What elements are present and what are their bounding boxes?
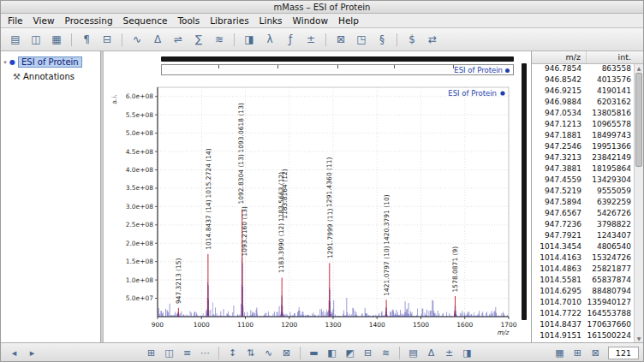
- menu-file[interactable]: File: [3, 15, 28, 27]
- peaklist-row[interactable]: 1014.558165837874: [532, 276, 634, 287]
- mass-filter-button[interactable]: ⊠: [331, 31, 351, 49]
- peaklist-row[interactable]: 947.388118195864: [532, 164, 634, 175]
- tree-item-annotations[interactable]: ⚒ Annotations: [1, 69, 100, 84]
- svg-text:1015.2724 (14): 1015.2724 (14): [205, 148, 212, 198]
- scroll-up-icon[interactable]: ▲: [635, 64, 643, 72]
- peaklist-row[interactable]: 947.52199555059: [532, 187, 634, 198]
- document-report-button[interactable]: ¶: [76, 31, 97, 49]
- compounds-search-icon: ◳: [356, 33, 366, 45]
- peaklist-row[interactable]: 1014.486325821877: [532, 264, 634, 276]
- peaklist-row[interactable]: 947.121310965578: [532, 120, 634, 131]
- notations-toggle-button[interactable]: ▤: [404, 345, 422, 361]
- peaklist-row[interactable]: 946.92154190141: [532, 86, 634, 98]
- formula-calculator-button[interactable]: ƒ: [280, 31, 301, 49]
- overview-scrollbar[interactable]: [161, 56, 514, 62]
- menu-sequence[interactable]: Sequence: [118, 15, 173, 27]
- tree-item-label[interactable]: ESI of Protein: [18, 56, 82, 68]
- tracker-toggle-button[interactable]: ⋯: [196, 345, 214, 361]
- gel-view-toggle-button[interactable]: ◩: [341, 345, 359, 361]
- peaklist-row[interactable]: 1014.7010135940127: [532, 298, 634, 309]
- smoothing-button[interactable]: ≋: [209, 31, 230, 49]
- svg-text:5.0e+07: 5.0e+07: [126, 294, 154, 302]
- peak-mz: 947.6567: [532, 209, 587, 220]
- menu-processing[interactable]: Processing: [60, 15, 118, 27]
- document-export-button[interactable]: ⊟: [97, 31, 117, 49]
- autoscale-y-button[interactable]: ↕: [224, 345, 242, 361]
- scroll-down-icon[interactable]: ▼: [635, 335, 643, 342]
- peaklist-row[interactable]: 947.72363798822: [532, 220, 634, 231]
- print-button[interactable]: ▦: [46, 31, 67, 49]
- peaklist-row[interactable]: 947.455913429304: [532, 175, 634, 187]
- menu-links[interactable]: Links: [254, 15, 288, 27]
- peaklist-delete-button[interactable]: ⊠: [587, 345, 605, 361]
- presets-button[interactable]: §: [372, 31, 392, 49]
- ruler-tick: [218, 65, 219, 68]
- peaklist-row[interactable]: 1014.8437170637660: [532, 320, 634, 331]
- flip-spectrum-toggle-button[interactable]: ◨: [458, 345, 476, 361]
- peaklist-row[interactable]: 1014.9151161500224: [532, 331, 634, 342]
- peaklist-row[interactable]: 947.254619951366: [532, 142, 634, 153]
- open-document-button[interactable]: ▤: [5, 31, 26, 49]
- peaklist-row[interactable]: 1014.416315324726: [532, 253, 634, 264]
- peak-intensity: 170637660: [587, 320, 634, 331]
- presets-icon: §: [379, 33, 385, 45]
- peaklist-row[interactable]: 947.053413805816: [532, 109, 634, 120]
- calibration-button[interactable]: ⇌: [168, 31, 188, 49]
- svg-text:900: 900: [152, 321, 164, 329]
- measurement-tool-button[interactable]: ⊞: [142, 345, 160, 361]
- grid-toggle-button[interactable]: ⊠: [277, 345, 295, 361]
- sum-spectra-button[interactable]: ∑: [188, 31, 209, 49]
- sequence-editor-button[interactable]: ◨: [239, 31, 259, 49]
- menu-view[interactable]: View: [28, 15, 60, 27]
- legend-toggle-button[interactable]: ▬: [305, 345, 323, 361]
- peaklist-row[interactable]: 1014.34544806540: [532, 242, 634, 253]
- mass-calculator-button[interactable]: λ: [259, 31, 280, 49]
- peaklist-row[interactable]: 1014.629588480794: [532, 287, 634, 298]
- export-data-button[interactable]: ⇄: [422, 31, 443, 49]
- expander-icon[interactable]: ▾: [1, 59, 9, 66]
- minor-ticks-toggle-button[interactable]: ⊟: [359, 345, 377, 361]
- peak-differences-button[interactable]: ±: [301, 31, 321, 49]
- peaklist-annotate-button[interactable]: ⊞: [569, 345, 587, 361]
- peaklist-row[interactable]: 947.79211243407: [532, 231, 634, 242]
- column-header-int[interactable]: int.: [587, 51, 643, 63]
- normalize-toggle-button[interactable]: ⇅: [242, 345, 259, 361]
- menu-window[interactable]: Window: [288, 15, 333, 27]
- save-document-button[interactable]: ◫: [26, 31, 46, 49]
- chart-vertical-scrollbar[interactable]: [522, 63, 527, 320]
- processing-button[interactable]: ∿: [127, 31, 147, 49]
- vertical-labels-toggle-button[interactable]: ≡: [178, 345, 196, 361]
- column-header-mz[interactable]: m/z: [532, 51, 587, 63]
- scrollbar-thumb[interactable]: [635, 73, 642, 167]
- tree-item-document[interactable]: ▾ ● ESI of Protein: [1, 55, 100, 69]
- labels-toggle-button[interactable]: ◫: [160, 345, 178, 361]
- menu-help[interactable]: Help: [333, 15, 364, 27]
- peak-picking-button[interactable]: Δ: [147, 31, 168, 49]
- offset-toggle-button[interactable]: ±: [440, 345, 458, 361]
- posbar-toggle-button[interactable]: ◧: [323, 345, 341, 361]
- peaklist-row[interactable]: 1014.7722164553788: [532, 309, 634, 320]
- history-back-button[interactable]: ◂: [5, 345, 23, 361]
- mass-spectrum-canvas[interactable]: 6.0e+085.5e+085.0e+084.5e+084.0e+083.5e+…: [108, 77, 524, 337]
- history-forward-button[interactable]: ▸: [23, 345, 41, 361]
- overlay-toggle-button[interactable]: ≋: [377, 345, 395, 361]
- peaklist-scrollbar[interactable]: ▲ ▼: [634, 64, 643, 342]
- peaklist-row[interactable]: 947.58946392259: [532, 198, 634, 209]
- peaklist-row[interactable]: 946.98846203162: [532, 98, 634, 109]
- smoothing-view-button[interactable]: ∿: [259, 345, 277, 361]
- peak-marks-toggle-button[interactable]: Δ: [422, 345, 440, 361]
- tree-item-label[interactable]: Annotations: [23, 72, 75, 81]
- peaklist-tools-button[interactable]: ▦: [551, 345, 569, 361]
- menu-tools[interactable]: Tools: [172, 15, 205, 27]
- peaklist-row[interactable]: 947.65675426726: [532, 209, 634, 220]
- compounds-search-button[interactable]: ◳: [351, 31, 372, 49]
- peaklist-row[interactable]: 946.85424013576: [532, 75, 634, 86]
- document-export-icon: ⊟: [103, 33, 111, 45]
- menu-libraries[interactable]: Libraries: [205, 15, 253, 27]
- mascot-search-button[interactable]: $: [402, 31, 422, 49]
- formula-calculator-icon: ƒ: [289, 33, 292, 45]
- peaklist-row[interactable]: 947.188118499743: [532, 131, 634, 142]
- peaklist-row[interactable]: 947.321323842149: [532, 153, 634, 164]
- peaklist-row[interactable]: 946.7854863558: [532, 64, 634, 75]
- sum-spectra-icon: ∑: [195, 33, 202, 45]
